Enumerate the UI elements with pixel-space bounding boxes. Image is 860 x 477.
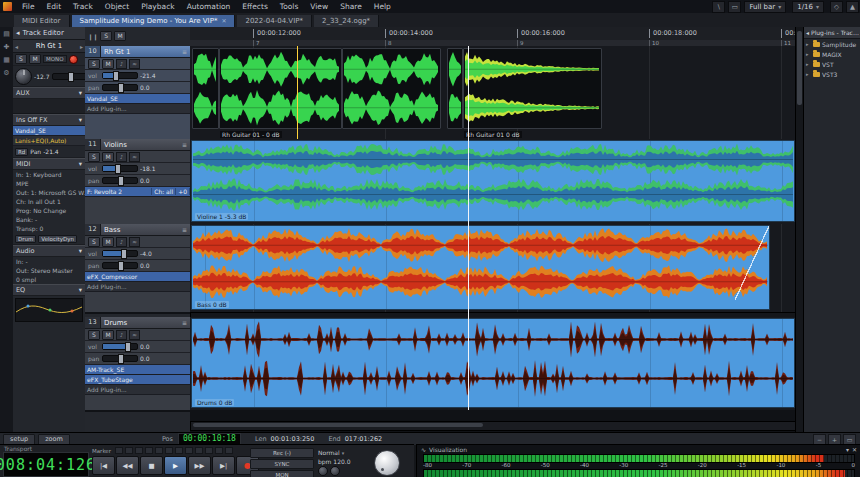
mouse-mode-icon[interactable]: \: [712, 1, 725, 13]
audio-clip[interactable]: Violine 1 -5.3 dB: [191, 140, 795, 222]
track-header-10[interactable]: 10 Rh Gt 1 ≡ S M ♪ ≈ vol -21.4 pan 0.0 V…: [85, 46, 190, 141]
eq-mini-graph[interactable]: [15, 298, 83, 322]
mute-button[interactable]: M: [102, 152, 114, 162]
drum-editor-button[interactable]: Drum: [15, 235, 36, 243]
monitor-button[interactable]: MON: [250, 470, 314, 477]
automation-icon[interactable]: ≈: [129, 237, 140, 247]
range-mode-icon[interactable]: ▭: [728, 1, 741, 13]
metronome-icon[interactable]: ▲: [846, 1, 859, 13]
aux-section-header[interactable]: AUX ▾: [13, 87, 85, 99]
pan-slider[interactable]: [102, 355, 138, 362]
fade-out-handle[interactable]: [735, 226, 769, 300]
speaker-icon[interactable]: ♪: [116, 237, 127, 247]
go-to-end-button[interactable]: ▶|: [212, 456, 235, 475]
menu-icon[interactable]: ≡: [179, 226, 190, 233]
marker-slot[interactable]: [175, 447, 183, 454]
audio-section-header[interactable]: Audio ▾: [13, 245, 85, 257]
zoom-in-icon[interactable]: +: [828, 434, 841, 445]
plugin-slot[interactable]: Vandal_SE: [85, 94, 190, 104]
midi-mpe-row[interactable]: MPE: [13, 179, 85, 188]
collapse-left-icon[interactable]: ◂: [16, 29, 20, 37]
tab-project-3[interactable]: 2_33_24.ogg*: [314, 15, 379, 27]
fx-slot-eq[interactable]: Lanis+EQ(I,Auto): [13, 136, 85, 146]
marker-slot[interactable]: [125, 447, 133, 454]
marker-slot[interactable]: [155, 447, 163, 454]
plugin-tree-item[interactable]: ▸ MAGIX: [804, 49, 860, 59]
mono-badge[interactable]: MONO: [43, 55, 67, 63]
plugin-slot[interactable]: eFX_TubeStage: [85, 375, 190, 385]
play-mode-dropdown[interactable]: Normal: [318, 449, 340, 456]
plugin-slot[interactable]: eFX_Compressor: [85, 272, 190, 282]
midi-out-row[interactable]: Out: 1: Microsoft GS W…: [13, 188, 85, 197]
sync-button[interactable]: SYNC: [250, 459, 314, 469]
audio-clip[interactable]: Drums 0 dB: [191, 318, 795, 408]
master-volume-knob[interactable]: [374, 450, 400, 476]
speaker-icon[interactable]: ♪: [116, 152, 127, 162]
collapse-left-icon[interactable]: ◂: [806, 29, 809, 36]
add-track-icon[interactable]: ✚: [4, 43, 10, 51]
instrument-slot[interactable]: F: Revolta 2 Ch: all +0: [85, 187, 190, 197]
menu-object[interactable]: Object: [100, 2, 134, 11]
marker-slot[interactable]: [185, 447, 193, 454]
velocity-dynamics-button[interactable]: VelocityDyn: [38, 235, 77, 243]
tempo-value[interactable]: bpm 120.0: [318, 458, 351, 465]
menu-icon[interactable]: ≡: [179, 141, 190, 148]
marker-slot[interactable]: [215, 447, 223, 454]
cue-volume-knob[interactable]: [318, 466, 328, 476]
track-header-11[interactable]: 11 Violins ≡ S M ♪ ≈ vol -18.1 pan 0.0 F…: [85, 139, 190, 226]
eq-section-header[interactable]: EQ ▾: [13, 284, 85, 296]
menu-share[interactable]: Share: [335, 2, 367, 11]
audio-clip[interactable]: [192, 48, 219, 129]
prev-track-icon[interactable]: ◂: [15, 43, 18, 50]
horizontal-scrollbar[interactable]: [190, 421, 797, 431]
mute-button[interactable]: M: [102, 330, 114, 340]
chevron-down-icon[interactable]: ▾: [846, 446, 849, 453]
solo-button[interactable]: S: [15, 54, 27, 64]
speaker-icon[interactable]: ♪: [116, 59, 127, 69]
midi-channel-row[interactable]: Ch: In all Out 1: [13, 197, 85, 206]
marker-slot[interactable]: [135, 447, 143, 454]
edit-cursor[interactable]: [297, 46, 298, 139]
midi-in-row[interactable]: In: 1: Keyboard: [13, 170, 85, 179]
menu-icon[interactable]: ≡: [179, 319, 190, 326]
automation-icon[interactable]: ≈: [129, 152, 140, 162]
pause-all-icon[interactable]: ❙❙: [88, 33, 98, 40]
track-editor-icon[interactable]: ▤: [3, 30, 10, 38]
plugin-panel-header[interactable]: ◂ Plug-ins - Trac…: [804, 27, 860, 39]
audio-clip[interactable]: [342, 48, 441, 129]
audio-clip[interactable]: [219, 48, 342, 129]
add-plugin-slot[interactable]: Add Plug-in...: [85, 385, 190, 395]
setup-button[interactable]: setup: [3, 434, 35, 445]
automation-icon[interactable]: ≈: [129, 59, 140, 69]
midi-program-row[interactable]: Prog: No Change: [13, 206, 85, 215]
speaker-icon[interactable]: ♪: [116, 330, 127, 340]
marker-slot[interactable]: [145, 447, 153, 454]
midi-transpose-row[interactable]: Transp: 0: [13, 224, 85, 233]
mute-button[interactable]: M: [29, 54, 41, 64]
solo-button[interactable]: S: [88, 152, 100, 162]
automation-icon[interactable]: ≈: [129, 330, 140, 340]
close-icon[interactable]: ✕: [221, 15, 226, 27]
menu-tools[interactable]: Tools: [275, 2, 303, 11]
menu-icon[interactable]: ≡: [179, 48, 190, 55]
fx-section-header[interactable]: Ins Off FX ▾: [13, 114, 85, 126]
midi-section-header[interactable]: MIDI ▾: [13, 158, 85, 170]
metronome-volume-knob[interactable]: [330, 466, 340, 476]
playback-cursor[interactable]: [468, 46, 469, 410]
magnet-icon[interactable]: ◇: [830, 1, 843, 13]
grid-dropdown[interactable]: Full bar ▾: [744, 1, 786, 13]
fast-forward-button[interactable]: ▶▶: [188, 456, 211, 475]
menu-playback[interactable]: Playback: [136, 2, 179, 11]
scrollbar-thumb[interactable]: [193, 423, 483, 427]
menu-edit[interactable]: Edit: [42, 2, 67, 11]
scrollbar-thumb[interactable]: [797, 31, 802, 105]
global-mute-button[interactable]: M: [114, 31, 126, 41]
menu-view[interactable]: View: [305, 2, 333, 11]
mute-button[interactable]: M: [102, 237, 114, 247]
stop-button[interactable]: ■: [140, 456, 163, 475]
go-to-start-button[interactable]: |◀: [92, 456, 115, 475]
rewind-button[interactable]: ◀◀: [116, 456, 139, 475]
volume-slider[interactable]: [102, 343, 138, 350]
solo-button[interactable]: S: [88, 330, 100, 340]
add-plugin-slot[interactable]: Add Plug-in...: [85, 104, 190, 114]
